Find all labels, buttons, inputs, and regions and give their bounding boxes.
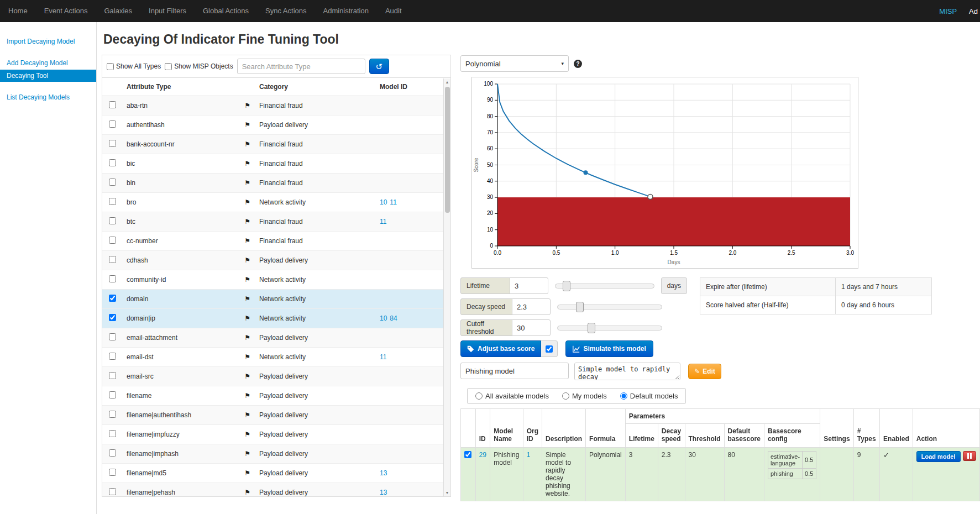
attribute-row[interactable]: filename|imphash⚑Payload delivery	[102, 444, 444, 464]
attribute-row[interactable]: filename|md5⚑Payload delivery13	[102, 464, 444, 483]
edit-model-button[interactable]: ✎ Edit	[688, 364, 721, 379]
attribute-row-checkbox[interactable]	[109, 256, 116, 263]
model-id-link[interactable]: 11	[380, 218, 386, 225]
curve-point-marker[interactable]	[584, 170, 588, 175]
attribute-row-checkbox[interactable]	[109, 488, 116, 495]
attribute-row-checkbox[interactable]	[109, 353, 116, 360]
nav-item-home[interactable]: Home	[0, 0, 36, 22]
cutoff-threshold-slider-handle[interactable]	[588, 323, 595, 333]
sidebar-item-decaying-tool[interactable]: Decaying Tool	[0, 70, 96, 82]
sidebar-item-import-decaying-model[interactable]: Import Decaying Model	[0, 35, 96, 48]
flag-icon[interactable]: ⚑	[244, 411, 250, 419]
nav-item-administration[interactable]: Administration	[315, 0, 377, 22]
decay-speed-input[interactable]	[512, 298, 551, 315]
radio-my-models[interactable]	[562, 392, 569, 400]
flag-icon[interactable]: ⚑	[244, 469, 250, 477]
attribute-row[interactable]: bank-account-nr⚑Financial fraud	[102, 135, 444, 154]
nav-item-audit[interactable]: Audit	[377, 0, 410, 22]
flag-icon[interactable]: ⚑	[244, 450, 250, 458]
nav-item-galaxies[interactable]: Galaxies	[96, 0, 140, 22]
flag-icon[interactable]: ⚑	[244, 179, 250, 187]
simulate-model-button[interactable]: Simulate this model	[565, 340, 653, 357]
attribute-row[interactable]: email-src⚑Payload delivery	[102, 367, 444, 386]
flag-icon[interactable]: ⚑	[244, 121, 250, 129]
attribute-row-checkbox[interactable]	[109, 179, 116, 186]
model-filter-default-models[interactable]: Default models	[620, 392, 678, 400]
attribute-row[interactable]: bin⚑Financial fraud	[102, 174, 444, 193]
model-row[interactable]: 29Phishing model1Simple model to rapidly…	[461, 448, 980, 501]
attribute-row-checkbox[interactable]	[109, 120, 116, 128]
org-id-link[interactable]: 1	[527, 451, 531, 459]
attribute-row[interactable]: btc⚑Financial fraud11	[102, 212, 444, 232]
attribute-row-checkbox[interactable]	[109, 101, 116, 108]
flag-icon[interactable]: ⚑	[244, 198, 250, 206]
nav-item-event-actions[interactable]: Event Actions	[36, 0, 96, 22]
adjust-base-score-addon[interactable]	[541, 340, 558, 357]
attribute-row-checkbox[interactable]	[109, 140, 116, 147]
model-description-textarea[interactable]: Simple model to rapidly decay	[574, 363, 680, 380]
model-id-link[interactable]: 84	[390, 314, 397, 322]
attribute-row[interactable]: authentihash⚑Payload delivery	[102, 116, 444, 135]
attribute-row-checkbox[interactable]	[109, 333, 116, 340]
flag-icon[interactable]: ⚑	[244, 102, 250, 109]
attribute-table-scrollbar[interactable]: ▲ ▼	[443, 78, 450, 496]
attribute-row[interactable]: filename|impfuzzy⚑Payload delivery	[102, 425, 444, 444]
decay-chart[interactable]: 01020304050607080901000.00.51.01.52.02.5…	[471, 77, 858, 269]
model-row-checkbox[interactable]	[464, 451, 471, 458]
flag-icon[interactable]: ⚑	[244, 140, 250, 148]
model-id-link[interactable]: 13	[380, 489, 387, 496]
lifetime-input[interactable]	[510, 277, 548, 294]
model-filter-my-models[interactable]: My models	[562, 392, 607, 400]
load-model-button[interactable]: Load model	[916, 451, 961, 462]
scrollbar-thumb[interactable]	[445, 87, 450, 213]
attribute-row-checkbox[interactable]	[109, 159, 116, 166]
attribute-row-checkbox[interactable]	[109, 198, 116, 205]
decay-speed-slider-handle[interactable]	[576, 302, 584, 312]
sidebar-item-list-decaying-models[interactable]: List Decaying Models	[0, 91, 96, 103]
attribute-row[interactable]: filename⚑Payload delivery	[102, 386, 444, 406]
flag-icon[interactable]: ⚑	[244, 237, 250, 245]
flag-icon[interactable]: ⚑	[244, 334, 250, 342]
attribute-row-checkbox[interactable]	[109, 469, 116, 476]
attribute-row[interactable]: aba-rtn⚑Financial fraud	[102, 96, 444, 116]
attribute-search-input[interactable]	[237, 59, 365, 74]
scrollbar-up-arrow-icon[interactable]: ▲	[446, 78, 449, 86]
attribute-row[interactable]: domain|ip⚑Network activity1084	[102, 309, 444, 328]
attribute-row[interactable]: email-attachment⚑Payload delivery	[102, 328, 444, 348]
model-id-link[interactable]: 11	[380, 353, 386, 361]
flag-icon[interactable]: ⚑	[244, 276, 250, 284]
flag-icon[interactable]: ⚑	[244, 392, 250, 400]
flag-icon[interactable]: ⚑	[244, 489, 250, 496]
lifetime-slider[interactable]	[555, 284, 654, 289]
attribute-row[interactable]: cdhash⚑Payload delivery	[102, 251, 444, 270]
cutoff-threshold-input[interactable]	[512, 319, 551, 336]
attribute-row-checkbox[interactable]	[109, 411, 116, 418]
attribute-row-checkbox[interactable]	[109, 372, 116, 379]
help-icon[interactable]: ?	[574, 60, 582, 68]
attribute-row-checkbox[interactable]	[109, 449, 116, 457]
model-id-link[interactable]: 10	[380, 314, 387, 322]
decay-chart-svg[interactable]: 01020304050607080901000.00.51.01.52.02.5…	[472, 77, 858, 268]
attribute-row[interactable]: email-dst⚑Network activity11	[102, 348, 444, 367]
model-id-link[interactable]: 29	[479, 451, 486, 459]
nav-item-input-filters[interactable]: Input Filters	[140, 0, 195, 22]
threshold-intersection-marker[interactable]	[648, 194, 653, 199]
model-id-link[interactable]: 13	[380, 469, 387, 477]
nav-item-sync-actions[interactable]: Sync Actions	[257, 0, 315, 22]
adjust-base-score-checkbox[interactable]	[546, 345, 553, 353]
formula-select[interactable]: Polynomial ▾	[460, 55, 569, 72]
refresh-button[interactable]: ↺	[369, 59, 389, 74]
cutoff-threshold-slider[interactable]	[557, 326, 662, 331]
show-all-types-checkbox[interactable]	[107, 63, 114, 70]
attribute-row[interactable]: filename|authentihash⚑Payload delivery	[102, 406, 444, 425]
attribute-row-checkbox[interactable]	[109, 217, 116, 224]
pause-model-button[interactable]	[963, 451, 976, 461]
sidebar-item-add-decaying-model[interactable]: Add Decaying Model	[0, 57, 96, 69]
attribute-row-checkbox[interactable]	[109, 237, 116, 244]
attribute-row-checkbox[interactable]	[109, 430, 116, 437]
flag-icon[interactable]: ⚑	[244, 160, 250, 167]
attribute-row-checkbox[interactable]	[109, 295, 116, 302]
flag-icon[interactable]: ⚑	[244, 373, 250, 380]
radio-default-models[interactable]	[620, 392, 627, 400]
show-misp-objects-checkbox[interactable]	[165, 63, 172, 70]
